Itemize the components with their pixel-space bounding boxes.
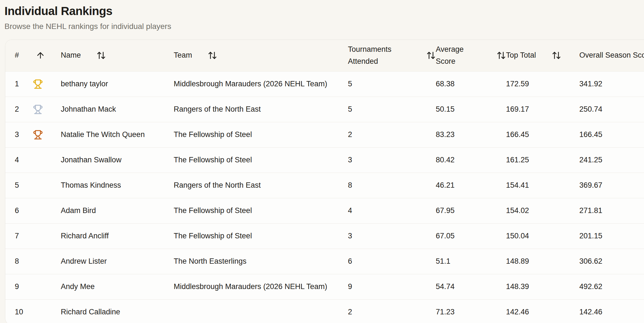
average-score-cell: 54.74 xyxy=(436,282,506,291)
arrow-up-down-icon xyxy=(426,51,436,60)
rank-cell: 8 xyxy=(15,257,33,266)
arrow-up-down-icon xyxy=(552,51,561,60)
average-score-cell: 80.42 xyxy=(436,156,506,164)
table-row: 4 Jonathan Swallow The Fellowship of Ste… xyxy=(5,147,644,173)
tournaments-attended-cell: 5 xyxy=(348,80,436,88)
player-name-cell: bethany taylor xyxy=(61,80,174,88)
table-body: 1 bethany taylor Middlesbrough Marauders… xyxy=(5,71,644,323)
rank-cell: 3 xyxy=(15,130,33,139)
average-score-cell: 83.23 xyxy=(436,130,506,139)
rank-cell: 4 xyxy=(15,156,33,164)
overall-season-score-cell: 341.92 xyxy=(579,80,644,88)
player-name-cell: Johnathan Mack xyxy=(61,105,174,114)
team-cell: The North Easterlings xyxy=(174,257,348,266)
column-header-rank[interactable]: # xyxy=(15,49,61,61)
tournaments-attended-cell: 6 xyxy=(348,257,436,266)
overall-season-score-cell: 369.67 xyxy=(579,181,644,190)
column-header-tournaments-attended-label: Tournaments Attended xyxy=(348,43,411,67)
page-subtitle: Browse the NEHL rankings for individual … xyxy=(4,21,644,31)
arrow-up-down-icon xyxy=(96,51,106,60)
table-row: 2 Johnathan Mack Rangers of the North Ea… xyxy=(5,97,644,122)
player-name-cell: Jonathan Swallow xyxy=(61,156,174,164)
player-name-cell: Adam Bird xyxy=(61,206,174,215)
arrow-up-icon xyxy=(36,51,45,60)
top-total-cell: 169.17 xyxy=(506,105,579,114)
tournaments-attended-cell: 3 xyxy=(348,156,436,164)
column-header-overall-season-score[interactable]: Overall Season Score xyxy=(579,49,644,61)
arrow-up-down-icon xyxy=(497,51,506,60)
table-row: 5 Thomas Kindness Rangers of the North E… xyxy=(5,173,644,198)
table-row: 1 bethany taylor Middlesbrough Marauders… xyxy=(5,71,644,97)
team-cell: Rangers of the North East xyxy=(174,181,348,190)
page-title: Individual Rankings xyxy=(4,4,644,19)
rank-cell: 10 xyxy=(15,308,33,316)
table-row: 10 Richard Calladine 2 71.23 142.46 142.… xyxy=(5,299,644,323)
player-name-cell: Thomas Kindness xyxy=(61,181,174,190)
overall-season-score-cell: 166.45 xyxy=(579,130,644,139)
column-header-team[interactable]: Team xyxy=(174,49,348,61)
column-header-rank-label: # xyxy=(15,49,19,61)
average-score-cell: 67.95 xyxy=(436,206,506,215)
table-row: 9 Andy Mee Middlesbrough Marauders (2026… xyxy=(5,274,644,299)
tournaments-attended-cell: 8 xyxy=(348,181,436,190)
player-name-cell: Natalie The Witch Queen xyxy=(61,130,174,139)
trophy-icon xyxy=(33,104,43,114)
average-score-cell: 68.38 xyxy=(436,80,506,88)
rankings-table-card: # Name Team Tournaments Attended xyxy=(5,40,644,323)
tournaments-attended-cell: 3 xyxy=(348,232,436,240)
player-name-cell: Andrew Lister xyxy=(61,257,174,266)
average-score-cell: 67.05 xyxy=(436,232,506,240)
overall-season-score-cell: 492.62 xyxy=(579,282,644,291)
team-cell: The Fellowship of Steel xyxy=(174,156,348,164)
player-name-cell: Richard Ancliff xyxy=(61,232,174,240)
top-total-cell: 142.46 xyxy=(506,308,579,316)
column-header-name[interactable]: Name xyxy=(61,49,174,61)
top-total-cell: 154.41 xyxy=(506,181,579,190)
individual-rankings-page: Individual Rankings Browse the NEHL rank… xyxy=(0,0,644,323)
table-row: 8 Andrew Lister The North Easterlings 6 … xyxy=(5,249,644,274)
column-header-overall-season-score-label: Overall Season Score xyxy=(579,49,644,61)
overall-season-score-cell: 250.74 xyxy=(579,105,644,114)
team-cell: The Fellowship of Steel xyxy=(174,206,348,215)
column-header-team-label: Team xyxy=(174,49,192,61)
tournaments-attended-cell: 5 xyxy=(348,105,436,114)
column-header-average-score-label: Average Score xyxy=(436,43,481,67)
column-header-name-label: Name xyxy=(61,49,81,61)
trophy-icon xyxy=(33,79,43,89)
tournaments-attended-cell: 9 xyxy=(348,282,436,291)
team-cell: The Fellowship of Steel xyxy=(174,130,348,139)
rank-cell: 7 xyxy=(15,232,33,240)
top-total-cell: 154.02 xyxy=(506,206,579,215)
table-header-row: # Name Team Tournaments Attended xyxy=(5,40,644,71)
average-score-cell: 51.1 xyxy=(436,257,506,266)
trophy-cell xyxy=(33,130,61,140)
rank-cell: 1 xyxy=(15,80,33,88)
trophy-icon xyxy=(33,130,43,140)
column-header-tournaments-attended[interactable]: Tournaments Attended xyxy=(348,43,436,67)
overall-season-score-cell: 306.62 xyxy=(579,257,644,266)
rank-cell: 6 xyxy=(15,206,33,215)
team-cell: Middlesbrough Marauders (2026 NEHL Team) xyxy=(174,282,348,291)
player-name-cell: Richard Calladine xyxy=(61,308,174,316)
column-header-top-total-label: Top Total xyxy=(506,49,536,61)
tournaments-attended-cell: 2 xyxy=(348,308,436,316)
tournaments-attended-cell: 2 xyxy=(348,130,436,139)
rank-cell: 9 xyxy=(15,282,33,291)
column-header-top-total[interactable]: Top Total xyxy=(506,49,579,61)
trophy-cell xyxy=(33,104,61,114)
arrow-up-down-icon xyxy=(208,51,217,60)
team-cell: Middlesbrough Marauders (2026 NEHL Team) xyxy=(174,80,348,88)
top-total-cell: 166.45 xyxy=(506,130,579,139)
table-row: 7 Richard Ancliff The Fellowship of Stee… xyxy=(5,223,644,249)
table-row: 6 Adam Bird The Fellowship of Steel 4 67… xyxy=(5,198,644,223)
overall-season-score-cell: 142.46 xyxy=(579,308,644,316)
top-total-cell: 161.25 xyxy=(506,156,579,164)
top-total-cell: 150.04 xyxy=(506,232,579,240)
column-header-average-score[interactable]: Average Score xyxy=(436,43,506,67)
average-score-cell: 50.15 xyxy=(436,105,506,114)
average-score-cell: 71.23 xyxy=(436,308,506,316)
top-total-cell: 172.59 xyxy=(506,80,579,88)
top-total-cell: 148.39 xyxy=(506,282,579,291)
table-row: 3 Natalie The Witch Queen The Fellowship… xyxy=(5,122,644,147)
overall-season-score-cell: 241.25 xyxy=(579,156,644,164)
